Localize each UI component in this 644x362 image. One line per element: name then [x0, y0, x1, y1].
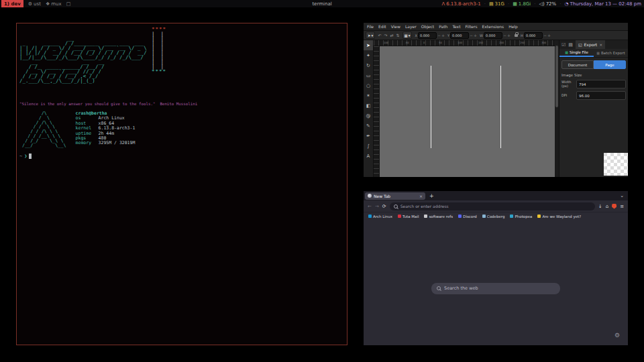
lock-ratio-icon[interactable]: [515, 34, 518, 37]
fetch-key: memory: [76, 141, 99, 145]
tool-icon[interactable]: ➤: [364, 40, 373, 50]
chevron-down-icon: ▾: [409, 34, 411, 38]
bookmark-item[interactable]: Are we Wayland yet?: [537, 215, 581, 219]
web-search-input[interactable]: Search the web: [431, 283, 560, 294]
rotate-ccw-icon[interactable]: ↶: [378, 33, 381, 38]
tool-icon[interactable]: ◧: [364, 101, 373, 111]
tool-icon[interactable]: ✒: [364, 131, 373, 141]
bookmark-favicon: [398, 215, 401, 218]
url-bar[interactable]: Search or enter address: [390, 202, 595, 210]
page-button[interactable]: Page: [594, 60, 626, 69]
ascii-line: /_.___/\__,_/\___/_/|_(_): [19, 78, 344, 83]
flip-horizontal-icon[interactable]: ⇄: [390, 33, 393, 38]
align-options-button[interactable]: ▦▾: [402, 32, 413, 39]
shell-prompt[interactable]: ~ ❯: [19, 154, 344, 159]
forward-button[interactable]: →: [375, 204, 379, 209]
increment-button[interactable]: +: [441, 33, 445, 38]
new-tab-button[interactable]: +: [429, 193, 434, 199]
menu-item[interactable]: Path: [439, 24, 447, 29]
tool-icon[interactable]: ○: [364, 80, 373, 90]
increment-button[interactable]: +: [547, 33, 551, 38]
bookmark-item[interactable]: Photopea: [510, 215, 532, 219]
text-cursor: [29, 154, 32, 159]
tab-batch-export[interactable]: ▦ Batch Export: [594, 49, 628, 57]
decrement-button[interactable]: −: [543, 33, 547, 38]
menu-icon[interactable]: ≡: [620, 204, 624, 209]
decrement-button[interactable]: −: [470, 33, 473, 38]
bookmark-item[interactable]: software refs: [424, 215, 453, 219]
bookmark-label: Codeberg: [487, 215, 505, 219]
y-value[interactable]: 0.000: [450, 32, 469, 39]
bookmark-item[interactable]: Discord: [458, 215, 477, 219]
rotate-cw-icon[interactable]: ↷: [384, 33, 387, 38]
reload-button[interactable]: ⟳: [382, 204, 386, 209]
bookmark-item[interactable]: Tuta Mail: [398, 215, 419, 219]
browser-tab[interactable]: New Tab ×: [365, 192, 425, 200]
menu-item[interactable]: Help: [508, 24, 518, 29]
scrollbar-thumb[interactable]: [555, 46, 558, 107]
bookmark-item[interactable]: Arch Linux: [368, 215, 392, 219]
gear-icon[interactable]: ⚙: [614, 332, 620, 339]
selection-mode-button[interactable]: ➤▾: [366, 32, 375, 39]
terminal-window: __ _ _____ / /________ ____ ___ ___| | /…: [16, 23, 347, 345]
list-tabs-chevron-icon[interactable]: ⌄: [620, 193, 627, 198]
bookmark-favicon: [510, 215, 513, 218]
dpi-label: DPI: [561, 94, 575, 98]
menu-item[interactable]: File: [367, 24, 374, 29]
menu-item[interactable]: Text: [452, 24, 460, 29]
objects-panel-icon[interactable]: ▤: [568, 42, 573, 48]
drawing-canvas[interactable]: [380, 46, 555, 177]
tool-icon[interactable]: ✦: [364, 50, 373, 60]
document-button[interactable]: Document: [561, 60, 594, 69]
export-preview-thumbnail: [604, 153, 628, 176]
menu-item[interactable]: Filters: [466, 24, 478, 29]
close-icon[interactable]: ×: [599, 42, 602, 47]
export-dock-tab[interactable]: ◱ Export ×: [576, 40, 605, 49]
tool-icon[interactable]: ✶: [364, 90, 373, 101]
bookmark-favicon: [368, 215, 372, 218]
fetch-value: 3295M / 32019M: [99, 141, 136, 145]
decrement-button[interactable]: −: [437, 33, 441, 38]
chevron-down-icon: ▾: [372, 34, 374, 38]
inkscape-window: FileEditViewLayerObjectPathTextFiltersEx…: [364, 23, 628, 177]
increment-button[interactable]: +: [474, 33, 477, 38]
h-label: H: [521, 34, 523, 38]
back-button[interactable]: ←: [368, 204, 372, 209]
canvas-guide-line[interactable]: [431, 66, 431, 148]
menu-item[interactable]: Edit: [378, 24, 386, 29]
w-value[interactable]: 0.000: [484, 32, 502, 39]
tool-icon[interactable]: ▭: [364, 70, 373, 80]
tool-icon[interactable]: @: [364, 111, 373, 121]
batch-export-icon: ▦: [596, 51, 600, 55]
tab-bar: New Tab × + ⌄: [364, 191, 628, 200]
menu-item[interactable]: Object: [421, 24, 435, 29]
close-tab-icon[interactable]: ×: [419, 194, 423, 198]
tool-icon[interactable]: ↻: [364, 60, 373, 70]
ublock-shield-icon[interactable]: [612, 204, 616, 209]
tool-icon[interactable]: ∫: [364, 141, 373, 151]
decrement-button[interactable]: −: [503, 33, 506, 38]
dpi-input[interactable]: 96.00: [576, 91, 626, 100]
object-properties-icon[interactable]: ☑: [561, 42, 566, 48]
tab-single-file[interactable]: ▦ Single File: [559, 49, 594, 57]
single-file-icon: ▦: [565, 50, 568, 54]
increment-button[interactable]: +: [507, 33, 511, 38]
menu-item[interactable]: Extensions: [482, 24, 504, 29]
tool-icon[interactable]: ✎: [364, 121, 373, 131]
x-value[interactable]: 0.000: [418, 32, 437, 39]
h-value[interactable]: 0.000: [524, 32, 543, 39]
prompt-path: ~: [19, 154, 22, 159]
horizontal-ruler: -100-50050100150200250300: [374, 40, 555, 46]
tool-icon[interactable]: A: [364, 151, 373, 161]
home-icon[interactable]: ⌂: [606, 204, 608, 209]
menu-item[interactable]: Layer: [405, 24, 417, 29]
bookmark-item[interactable]: Codeberg: [482, 215, 505, 219]
canvas-guide-line[interactable]: [500, 66, 501, 148]
flip-vertical-icon[interactable]: ⇅: [396, 33, 399, 38]
menu-item[interactable]: View: [391, 24, 400, 29]
bookmarks-bar: Arch Linux Tuta Mail software refs Disco…: [364, 213, 628, 220]
width-input[interactable]: 794: [576, 80, 626, 88]
terminal-quote: "Silence is the only answer you should g…: [19, 102, 344, 106]
navigation-bar: ← → ⟳ Search or enter address ↓ ⌂ ≡: [364, 200, 628, 213]
downloads-icon[interactable]: ↓: [598, 204, 602, 209]
